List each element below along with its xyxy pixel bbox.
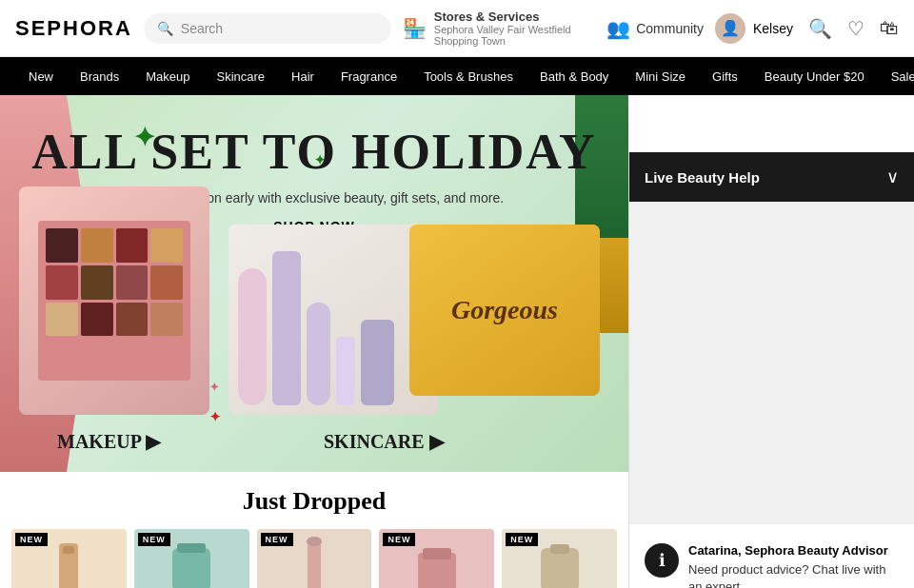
username: Kelsey bbox=[753, 21, 793, 36]
avatar: 👤 bbox=[715, 13, 745, 44]
star-decoration-8: ✦ bbox=[209, 381, 219, 394]
svg-rect-3 bbox=[177, 543, 206, 553]
nav-item-skincare[interactable]: Skincare bbox=[203, 57, 278, 95]
store-icon: 🏪 bbox=[403, 17, 427, 40]
product-card-4[interactable]: NEW bbox=[375, 525, 498, 588]
wishlist-icon[interactable]: ♡ bbox=[847, 17, 864, 40]
chat-message-area: ℹ Catarina, Sephora Beauty Advisor Need … bbox=[629, 524, 914, 588]
nav-item-hair[interactable]: Hair bbox=[278, 57, 328, 95]
svg-rect-9 bbox=[550, 544, 569, 554]
nav-item-mini-size[interactable]: Mini Size bbox=[622, 57, 699, 95]
search-placeholder: Search bbox=[181, 21, 223, 36]
community-link[interactable]: 👥 Community bbox=[606, 17, 704, 40]
chat-panel: Live Beauty Help ∨ ℹ Catarina, Sephora B… bbox=[628, 152, 914, 588]
nav-item-beauty-under[interactable]: Beauty Under $20 bbox=[751, 57, 878, 95]
community-icon: 👥 bbox=[606, 17, 630, 40]
just-dropped-title: Just Dropped bbox=[0, 472, 628, 525]
sephora-logo[interactable]: SEPHORA bbox=[15, 16, 132, 41]
products-row: NEW NEW NEW bbox=[0, 525, 628, 588]
makeup-product-image bbox=[19, 186, 209, 415]
nav-item-tools-brushes[interactable]: Tools & Brushes bbox=[410, 57, 527, 95]
main-wrapper: ALL SET TO HOLIDAY Start the season earl… bbox=[0, 95, 914, 588]
header: SEPHORA 🔍 Search 🏪 Stores & Services Sep… bbox=[0, 0, 914, 57]
svg-point-5 bbox=[307, 537, 322, 546]
gift-set-product-image: Gorgeous bbox=[409, 225, 600, 396]
advisor-name: Catarina, Sephora Beauty Advisor bbox=[688, 543, 899, 558]
star-decoration-5: ✦ bbox=[209, 409, 221, 424]
store-location: Sephora Valley Fair Westfield Shopping T… bbox=[434, 24, 584, 47]
product-card-3[interactable]: NEW bbox=[253, 525, 376, 588]
nav-item-makeup[interactable]: Makeup bbox=[132, 57, 203, 95]
new-badge-5: NEW bbox=[506, 533, 538, 546]
star-decoration-7: ✦ bbox=[314, 152, 326, 167]
main-content: ALL SET TO HOLIDAY Start the season earl… bbox=[0, 95, 628, 588]
new-badge-4: NEW bbox=[383, 533, 415, 546]
chat-header-title: Live Beauty Help bbox=[645, 169, 760, 186]
skincare-product-image bbox=[228, 225, 438, 415]
search-header-icon[interactable]: 🔍 bbox=[808, 17, 832, 40]
advisor-message: Need product advice? Chat live with an e… bbox=[688, 561, 899, 588]
chevron-down-icon[interactable]: ∨ bbox=[886, 167, 899, 187]
svg-rect-1 bbox=[63, 546, 74, 554]
product-card-2[interactable]: NEW bbox=[130, 525, 253, 588]
chat-header[interactable]: Live Beauty Help ∨ bbox=[629, 152, 914, 202]
hero-banner: ALL SET TO HOLIDAY Start the season earl… bbox=[0, 95, 628, 472]
product-card-1[interactable]: NEW bbox=[8, 525, 130, 588]
advisor-content: Catarina, Sephora Beauty Advisor Need pr… bbox=[688, 543, 899, 588]
chat-advisor-row: ℹ Catarina, Sephora Beauty Advisor Need … bbox=[645, 543, 899, 588]
header-right: 👤 Kelsey 🔍 ♡ 🛍 bbox=[715, 13, 899, 44]
just-dropped-section: Just Dropped NEW NEW NEW bbox=[0, 472, 628, 588]
nav-item-brands[interactable]: Brands bbox=[67, 57, 132, 95]
svg-rect-2 bbox=[172, 548, 210, 588]
advisor-avatar: ℹ bbox=[645, 543, 679, 578]
user-info[interactable]: 👤 Kelsey bbox=[715, 13, 793, 44]
new-badge-1: NEW bbox=[15, 533, 48, 546]
store-info[interactable]: 🏪 Stores & Services Sephora Valley Fair … bbox=[403, 10, 584, 47]
new-badge-3: NEW bbox=[261, 533, 293, 546]
nav-item-sale[interactable]: Sale & Offers bbox=[878, 57, 914, 95]
community-label: Community bbox=[636, 21, 704, 36]
main-nav: New Brands Makeup Skincare Hair Fragranc… bbox=[0, 57, 914, 95]
header-center: 🏪 Stores & Services Sephora Valley Fair … bbox=[403, 10, 704, 47]
star-decoration-1: ✦ bbox=[133, 122, 155, 153]
store-name: Stores & Services bbox=[434, 10, 584, 24]
nav-item-bath-body[interactable]: Bath & Body bbox=[527, 57, 622, 95]
nav-item-new[interactable]: New bbox=[15, 57, 67, 95]
search-icon: 🔍 bbox=[157, 21, 173, 36]
svg-rect-8 bbox=[541, 548, 579, 588]
bag-icon[interactable]: 🛍 bbox=[880, 17, 899, 39]
nav-item-fragrance[interactable]: Fragrance bbox=[328, 57, 410, 95]
hero-skincare-label[interactable]: SKINCARE ▶ bbox=[324, 430, 444, 453]
search-bar[interactable]: 🔍 Search bbox=[144, 13, 391, 44]
product-card-5[interactable]: NEW bbox=[498, 525, 621, 588]
nav-item-gifts[interactable]: Gifts bbox=[699, 57, 751, 95]
hero-makeup-label[interactable]: MAKEUP ▶ bbox=[57, 430, 160, 453]
new-badge-2: NEW bbox=[138, 533, 170, 546]
svg-rect-7 bbox=[423, 548, 451, 559]
